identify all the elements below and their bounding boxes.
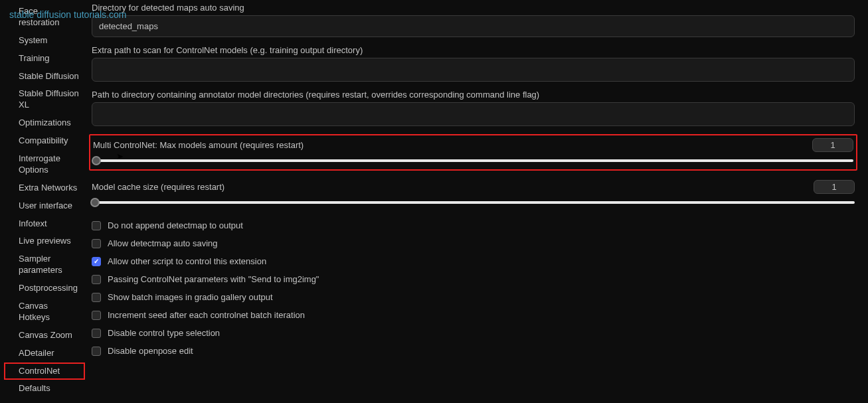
multi-controlnet-slider-block: Multi ControlNet: Max models amount (req… [89, 134, 857, 171]
model-cache-slider[interactable] [92, 198, 855, 207]
checkbox-label: Allow other script to control this exten… [108, 256, 266, 266]
checkbox-row-allow-script[interactable]: Allow other script to control this exten… [92, 252, 855, 270]
checkbox-label: Allow detectmap auto saving [108, 238, 217, 248]
sidebar-item-user-interface[interactable]: User interface [4, 197, 85, 215]
checkbox-label: Increment seed after each controlnet bat… [108, 310, 305, 320]
checkbox-label: Show batch images in gradio gallery outp… [108, 292, 273, 302]
settings-panel: Directory for detected maps auto saving … [85, 0, 868, 403]
sidebar-item-sampler-parameters[interactable]: Sampler parameters [4, 250, 85, 280]
detected-maps-label: Directory for detected maps auto saving [92, 3, 855, 13]
detected-maps-input[interactable] [92, 15, 855, 37]
model-cache-value[interactable] [814, 180, 855, 194]
checkbox-label: Passing ControlNet parameters with "Send… [108, 274, 319, 284]
extra-path-input[interactable] [92, 58, 855, 82]
sidebar-item-stable-diffusion-xl[interactable]: Stable Diffusion XL [4, 85, 85, 114]
checkbox-row-show-batch[interactable]: Show batch images in gradio gallery outp… [92, 288, 855, 306]
sidebar-item-live-previews[interactable]: Live previews [4, 232, 85, 250]
sidebar-item-adetailer[interactable]: ADetailer [4, 345, 85, 363]
sidebar-item-canvas-hotkeys[interactable]: Canvas Hotkeys [4, 297, 85, 327]
checkbox-show-batch[interactable] [92, 293, 101, 302]
sidebar-item-training[interactable]: Training [4, 50, 85, 68]
checkbox-label: Disable control type selection [108, 328, 220, 338]
sidebar-item-sysinfo[interactable]: Sysinfo [4, 398, 85, 403]
model-cache-label: Model cache size (requires restart) [92, 182, 224, 192]
extra-path-label: Extra path to scan for ControlNet models… [92, 45, 855, 55]
slider-thumb[interactable] [90, 198, 100, 207]
sidebar-item-extra-networks[interactable]: Extra Networks [4, 179, 85, 197]
checkbox-row-disable-control-type[interactable]: Disable control type selection [92, 324, 855, 342]
checkbox-row-passing-params[interactable]: Passing ControlNet parameters with "Send… [92, 270, 855, 288]
checkbox-row-increment-seed[interactable]: Increment seed after each controlnet bat… [92, 306, 855, 324]
checkbox-allow-script[interactable] [92, 257, 101, 266]
sidebar-item-canvas-zoom[interactable]: Canvas Zoom [4, 327, 85, 345]
sidebar-item-system[interactable]: System [4, 32, 85, 50]
settings-sidebar: Face restoration System Training Stable … [4, 0, 85, 403]
sidebar-item-compatibility[interactable]: Compatibility [4, 132, 85, 150]
checkbox-label: Disable openpose edit [108, 346, 193, 356]
multi-controlnet-slider[interactable] [93, 156, 853, 165]
checkbox-disable-openpose[interactable] [92, 347, 101, 356]
sidebar-item-defaults[interactable]: Defaults [4, 380, 85, 398]
checkbox-row-no-append[interactable]: Do not append detectmap to output [92, 216, 855, 234]
checkbox-passing-params[interactable] [92, 275, 101, 284]
watermark: stable diffusion tutorials.com [9, 9, 126, 20]
annotator-path-input[interactable] [92, 102, 855, 126]
checkbox-disable-control-type[interactable] [92, 329, 101, 338]
multi-controlnet-value[interactable] [812, 138, 853, 152]
sidebar-item-optimizations[interactable]: Optimizations [4, 114, 85, 132]
checkbox-allow-autosave[interactable] [92, 239, 101, 248]
checkbox-no-append[interactable] [92, 221, 101, 230]
sidebar-item-postprocessing[interactable]: Postprocessing [4, 280, 85, 297]
multi-controlnet-label: Multi ControlNet: Max models amount (req… [93, 140, 304, 150]
checkbox-increment-seed[interactable] [92, 311, 101, 320]
cursor-pointer: ➤ [116, 151, 124, 161]
sidebar-item-stable-diffusion[interactable]: Stable Diffusion [4, 68, 85, 86]
model-cache-slider-block: Model cache size (requires restart) [92, 179, 855, 208]
sidebar-item-infotext[interactable]: Infotext [4, 215, 85, 233]
slider-thumb[interactable] [92, 156, 101, 165]
checkbox-row-allow-autosave[interactable]: Allow detectmap auto saving [92, 234, 855, 252]
sidebar-item-interrogate-options[interactable]: Interrogate Options [4, 150, 85, 179]
sidebar-item-controlnet[interactable]: ControlNet [4, 363, 85, 380]
checkbox-label: Do not append detectmap to output [108, 220, 243, 230]
checkbox-row-disable-openpose[interactable]: Disable openpose edit [92, 342, 855, 360]
annotator-path-label: Path to directory containing annotator m… [92, 90, 855, 100]
